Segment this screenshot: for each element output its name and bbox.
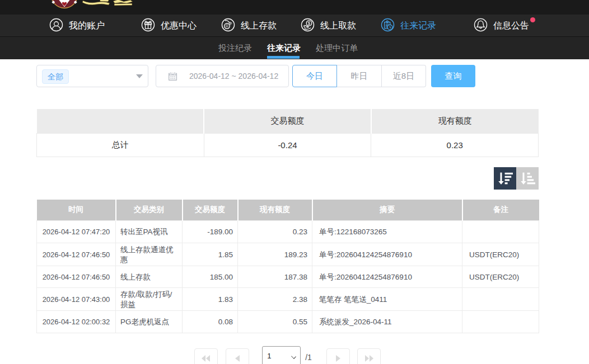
nav-label: 线上存款	[241, 20, 277, 32]
cell-remark: USDT(ERC20)	[462, 243, 539, 266]
right-arrow-icon	[335, 355, 340, 362]
cell-balance: 0.23	[238, 221, 312, 243]
cell-remark	[462, 311, 539, 333]
cell-time: 2026-04-12 02:00:32	[37, 311, 116, 333]
double-right-arrow-icon	[364, 355, 373, 362]
summary-header-transaction: 交易额度	[204, 109, 371, 133]
col-type: 交易类别	[116, 200, 183, 221]
summary-header-balance: 现有额度	[371, 109, 539, 133]
subtab-betting-records[interactable]: 投注纪录	[218, 37, 252, 59]
next-page-button[interactable]	[326, 348, 350, 364]
col-amount: 交易额度	[183, 200, 238, 221]
table-row: 2026-04-12 07:43:00 存款/取款/打码/损益 1.83 2.3…	[37, 288, 539, 311]
page-select[interactable]: 1	[262, 346, 301, 364]
nav-item-announcements[interactable]: 信息公告	[474, 15, 529, 36]
col-remark: 备注	[462, 200, 539, 221]
summary-header-empty	[37, 109, 204, 133]
logo-bar	[0, 0, 589, 15]
subtab-processing-orders[interactable]: 处理中订单	[316, 37, 358, 59]
bell-circle-icon	[474, 18, 488, 32]
table-row: 2026-04-12 07:46:50 线上存款通道优惠 1.85 189.23…	[37, 243, 539, 266]
today-button[interactable]: 今日	[292, 65, 337, 87]
nav-item-withdraw[interactable]: 线上取款	[301, 15, 356, 36]
records-clipboard-clock-icon	[381, 18, 395, 32]
summary-total-row: 总计 -0.24 0.23	[37, 133, 539, 157]
yesterday-button[interactable]: 昨日	[337, 65, 382, 87]
first-page-button[interactable]	[194, 348, 218, 364]
cell-type: 线上存款通道优惠	[116, 243, 183, 266]
last-page-button[interactable]	[357, 348, 381, 364]
cell-type: PG老虎机返点	[116, 311, 183, 333]
nav-label: 信息公告	[493, 20, 529, 32]
cell-summary: 单号:202604124254876910	[312, 243, 462, 266]
nav-item-deposit[interactable]: 线上存款	[221, 15, 277, 36]
notification-dot	[530, 17, 535, 22]
category-select[interactable]: 全部	[36, 65, 148, 87]
gift-circle-icon	[141, 18, 155, 32]
cell-time: 2026-04-12 07:43:00	[37, 288, 116, 311]
col-balance: 现有额度	[238, 200, 312, 221]
cell-balance: 189.23	[238, 243, 312, 266]
prev-page-button[interactable]	[226, 348, 249, 364]
main-navbar: 我的账户 优惠中心 线上存款 线上取款	[0, 15, 589, 37]
search-button[interactable]: 查询	[431, 65, 475, 87]
cell-time: 2026-04-12 07:46:50	[37, 266, 116, 288]
table-row: 2026-04-12 07:47:20 转出至PA视讯 -189.00 0.23…	[37, 221, 539, 243]
cell-summary: 系统派发_2026-04-11	[312, 311, 462, 333]
filter-row: 全部	[36, 65, 589, 87]
nav-label: 优惠中心	[161, 20, 197, 32]
cell-time: 2026-04-12 07:47:20	[37, 221, 116, 243]
summary-total-label: 总计	[37, 133, 204, 157]
summary-header-row: 交易额度 现有额度	[37, 109, 539, 133]
summary-balance-total: 0.23	[371, 133, 539, 157]
cell-remark: USDT(ERC20)	[462, 266, 539, 288]
cell-time: 2026-04-12 07:46:50	[37, 243, 116, 266]
records-table: 时间 交易类别 交易额度 现有额度 摘要 备注 2026-04-12 07:47…	[36, 200, 539, 333]
table-header-row: 时间 交易类别 交易额度 现有额度 摘要 备注	[37, 200, 539, 221]
cell-summary: 单号:122168073265	[312, 221, 462, 243]
cell-amount: -189.00	[183, 221, 238, 243]
deposit-hand-coin-icon	[221, 18, 235, 32]
sort-asc-button[interactable]	[516, 167, 539, 190]
last-8-days-button[interactable]: 近8日	[382, 65, 426, 87]
chevron-down-icon	[136, 74, 143, 78]
left-arrow-icon	[235, 355, 240, 362]
date-range-value: 2026-04-12 ~ 2026-04-12	[189, 72, 278, 81]
cell-type: 转出至PA视讯	[116, 221, 183, 243]
nav-label: 往来记录	[400, 20, 436, 32]
cell-remark	[462, 221, 539, 243]
cell-amount: 1.85	[183, 243, 238, 266]
total-pages-label: /1	[305, 346, 312, 364]
selected-category-tag[interactable]: 全部	[42, 69, 69, 84]
col-summary: 摘要	[312, 200, 462, 221]
cell-balance: 187.38	[238, 266, 312, 288]
records-subnav: 投注纪录 往来记录 处理中订单	[0, 37, 589, 59]
table-row: 2026-04-12 02:00:32 PG老虎机返点 0.08 0.55 系统…	[37, 311, 539, 333]
cell-summary: 笔笔存 笔笔送_0411	[312, 288, 462, 311]
brand-logo	[49, 0, 161, 15]
cell-remark	[462, 288, 539, 311]
main-content: 全部	[0, 59, 589, 364]
nav-item-promotions[interactable]: 优惠中心	[141, 15, 197, 36]
cell-amount: 0.08	[183, 311, 238, 333]
user-circle-icon	[49, 18, 63, 32]
cell-balance: 2.38	[238, 288, 312, 311]
active-tab-underline	[267, 56, 300, 59]
sort-desc-button[interactable]	[494, 167, 516, 190]
calendar-icon	[168, 72, 177, 81]
col-time: 时间	[37, 200, 116, 221]
date-range-input[interactable]: 2026-04-12 ~ 2026-04-12	[156, 65, 289, 87]
nav-item-records[interactable]: 往来记录	[381, 15, 436, 36]
chevron-down-icon	[292, 354, 296, 358]
nav-item-my-account[interactable]: 我的账户	[49, 15, 105, 36]
nav-label: 线上取款	[320, 20, 356, 32]
cell-type: 线上存款	[116, 266, 183, 288]
nav-label: 我的账户	[69, 20, 105, 32]
cell-type: 存款/取款/打码/损益	[116, 288, 183, 311]
summary-transaction-total: -0.24	[204, 133, 371, 157]
page-select-value: 1	[267, 352, 271, 360]
sort-amount-desc-icon	[497, 171, 513, 186]
cell-summary: 单号:202604124254876910	[312, 266, 462, 288]
sort-amount-asc-icon	[520, 171, 535, 186]
double-left-arrow-icon	[202, 355, 211, 362]
